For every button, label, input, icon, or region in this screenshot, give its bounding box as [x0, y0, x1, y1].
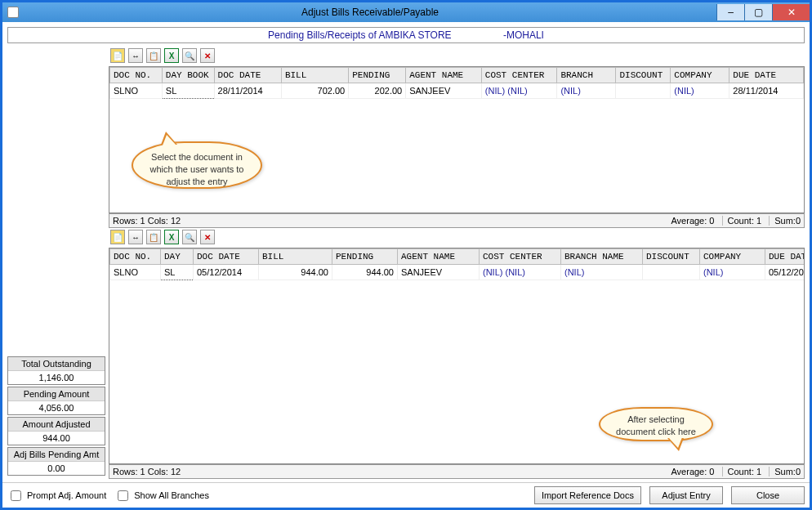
banner-location: -MOHALI	[503, 29, 544, 41]
cell-due-date[interactable]: 28/11/2014	[729, 83, 804, 99]
window-title: Adjust Bills Receivable/Payable	[24, 7, 716, 18]
lower-toolbar: 📄 ↔ 📋 X 🔍 ✕	[109, 228, 805, 248]
col-discount[interactable]: DISCOUNT	[616, 68, 671, 83]
col-day-book[interactable]: DAY BOOK	[162, 68, 214, 83]
cell-branch[interactable]: (NIL)	[557, 83, 616, 99]
fit-columns-icon[interactable]: ↔	[128, 48, 143, 63]
upper-grid-table[interactable]: DOC NO. DAY BOOK DOC DATE BILL PENDING A…	[109, 67, 804, 99]
cell-bill[interactable]: 702.00	[281, 83, 348, 99]
cell-cost-center[interactable]: (NIL) (NIL)	[480, 265, 561, 280]
delete-icon[interactable]: ✕	[200, 230, 215, 244]
prompt-adj-amount-checkbox[interactable]: Prompt Adj. Amount	[7, 488, 106, 503]
footer-bar: Prompt Adj. Amount Show All Branches Imp…	[2, 482, 810, 508]
col-pending[interactable]: PENDING	[332, 249, 398, 265]
pending-bills-banner: Pending Bills/Receipts of AMBIKA STORE -…	[7, 27, 805, 43]
maximize-button[interactable]: ▢	[744, 4, 772, 20]
cell-company[interactable]: (NIL)	[671, 83, 729, 99]
upper-status-avg: Average: 0	[671, 216, 714, 226]
cell-discount[interactable]	[643, 265, 700, 280]
col-cost-center[interactable]: COST CENTER	[481, 68, 557, 83]
cell-day[interactable]: SL	[161, 265, 194, 280]
titlebar: Adjust Bills Receivable/Payable – ▢ ✕	[2, 2, 810, 22]
cell-agent-name[interactable]: SANJEEV	[406, 83, 482, 99]
find-icon[interactable]: 🔍	[182, 48, 197, 63]
content-area: Pending Bills/Receipts of AMBIKA STORE -…	[2, 22, 810, 482]
stat-label: Amount Adjusted	[8, 418, 105, 432]
col-doc-date[interactable]: DOC DATE	[194, 249, 259, 265]
stat-label: Pending Amount	[8, 387, 105, 401]
col-pending[interactable]: PENDING	[349, 68, 406, 83]
col-agent-name[interactable]: AGENT NAME	[398, 249, 480, 265]
stat-pending-amount: Pending Amount 4,056.00	[7, 387, 105, 415]
col-agent-name[interactable]: AGENT NAME	[406, 68, 482, 83]
cell-day-book[interactable]: SL	[162, 83, 214, 99]
show-all-branches-label: Show All Branches	[134, 490, 209, 500]
cell-pending[interactable]: 202.00	[349, 83, 406, 99]
app-icon	[7, 7, 19, 18]
minimize-button[interactable]: –	[716, 4, 744, 20]
stat-value: 0.00	[8, 462, 105, 475]
copy-icon[interactable]: 📋	[146, 230, 161, 244]
close-window-button[interactable]: ✕	[772, 4, 810, 20]
col-company[interactable]: COMPANY	[700, 249, 765, 265]
notepad-icon[interactable]: 📄	[110, 48, 125, 63]
col-bill[interactable]: BILL	[281, 68, 348, 83]
col-doc-date[interactable]: DOC DATE	[214, 68, 281, 83]
import-reference-docs-button[interactable]: Import Reference Docs	[534, 486, 641, 504]
fit-columns-icon[interactable]: ↔	[128, 230, 143, 244]
show-all-branches-input[interactable]	[118, 490, 128, 501]
col-company[interactable]: COMPANY	[671, 68, 729, 83]
summary-sidebar: Total Outstanding 1,146.00 Pending Amoun…	[7, 47, 105, 479]
cell-doc-date[interactable]: 28/11/2014	[214, 83, 281, 99]
lower-grid-statusbar: Rows: 1 Cols: 12 Average: 0 Count: 1 Sum…	[109, 464, 805, 479]
col-due-date[interactable]: DUE DATE	[765, 249, 805, 265]
cell-doc-date[interactable]: 05/12/2014	[194, 265, 259, 280]
cell-bill[interactable]: 944.00	[259, 265, 332, 280]
cell-pending[interactable]: 944.00	[332, 265, 398, 280]
app-window: Adjust Bills Receivable/Payable – ▢ ✕ Pe…	[0, 0, 812, 510]
stat-value: 944.00	[8, 432, 105, 445]
stat-label: Total Outstanding	[8, 357, 105, 371]
cell-discount[interactable]	[616, 83, 671, 99]
col-bill[interactable]: BILL	[259, 249, 332, 265]
col-branch-name[interactable]: BRANCH NAME	[561, 249, 643, 265]
excel-export-icon[interactable]: X	[164, 48, 179, 63]
callout-click-adjust-entry: After selecting document click here	[599, 407, 713, 441]
excel-export-icon[interactable]: X	[164, 230, 179, 244]
close-button[interactable]: Close	[731, 486, 805, 504]
lower-status-avg: Average: 0	[671, 467, 714, 476]
cell-due-date[interactable]: 05/12/2014	[765, 265, 805, 280]
upper-grid-header-row: DOC NO. DAY BOOK DOC DATE BILL PENDING A…	[110, 68, 804, 83]
col-discount[interactable]: DISCOUNT	[643, 249, 700, 265]
cell-branch-name[interactable]: (NIL)	[561, 265, 643, 280]
adjust-entry-button[interactable]: Adjust Entry	[649, 486, 723, 504]
upper-status-left: Rows: 1 Cols: 12	[113, 216, 181, 226]
col-doc-no[interactable]: DOC NO.	[110, 249, 161, 265]
col-branch[interactable]: BRANCH	[557, 68, 616, 83]
cell-doc-no[interactable]: SLNO	[110, 83, 163, 99]
col-day[interactable]: DAY	[161, 249, 194, 265]
table-row[interactable]: SLNO SL 28/11/2014 702.00 202.00 SANJEEV…	[110, 83, 804, 99]
notepad-icon[interactable]: 📄	[110, 230, 125, 244]
table-row[interactable]: SLNO SL 05/12/2014 944.00 944.00 SANJEEV…	[110, 265, 805, 280]
cell-doc-no[interactable]: SLNO	[110, 265, 161, 280]
col-cost-center[interactable]: COST CENTER	[480, 249, 561, 265]
delete-icon[interactable]: ✕	[200, 48, 215, 63]
col-due-date[interactable]: DUE DATE	[729, 68, 804, 83]
upper-toolbar: 📄 ↔ 📋 X 🔍 ✕	[109, 47, 805, 66]
col-doc-no[interactable]: DOC NO.	[110, 68, 163, 83]
lower-grid-header-row: DOC NO. DAY DOC DATE BILL PENDING AGENT …	[110, 249, 805, 265]
lower-grid-table[interactable]: DOC NO. DAY DOC DATE BILL PENDING AGENT …	[109, 248, 805, 280]
cell-company[interactable]: (NIL)	[700, 265, 765, 280]
upper-grid-statusbar: Rows: 1 Cols: 12 Average: 0 Count: 1 Sum…	[109, 213, 805, 228]
stat-value: 4,056.00	[8, 401, 105, 414]
show-all-branches-checkbox[interactable]: Show All Branches	[114, 488, 209, 503]
window-controls: – ▢ ✕	[716, 4, 810, 20]
copy-icon[interactable]: 📋	[146, 48, 161, 63]
lower-status-sum: Sum:0	[769, 467, 801, 476]
prompt-adj-amount-input[interactable]	[11, 490, 21, 501]
cell-cost-center[interactable]: (NIL) (NIL)	[481, 83, 557, 99]
cell-agent-name[interactable]: SANJEEV	[398, 265, 480, 280]
stat-value: 1,146.00	[8, 371, 105, 384]
find-icon[interactable]: 🔍	[182, 230, 197, 244]
